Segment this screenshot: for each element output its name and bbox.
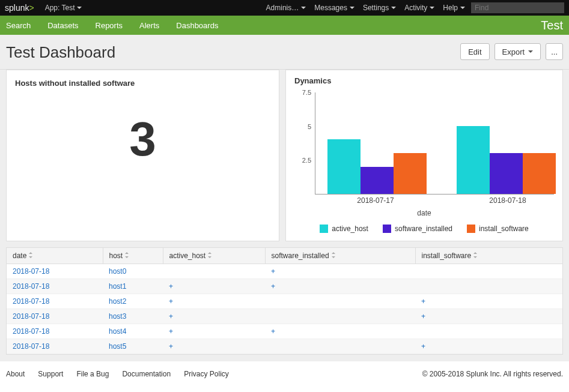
x-tick: 2018-07-17 xyxy=(357,194,394,205)
cell-date[interactable]: 2018-07-18 xyxy=(7,339,103,354)
nav-reports[interactable]: Reports xyxy=(96,21,123,30)
legend-item-active-host[interactable]: active_host xyxy=(320,225,368,233)
bar-software-installed[interactable] xyxy=(490,153,523,194)
cell-active-host[interactable]: + xyxy=(163,279,265,294)
menu-label: Settings xyxy=(363,4,389,12)
content: Hosts without installed software 3 Dynam… xyxy=(0,70,569,361)
bar-group xyxy=(327,139,427,194)
bar-active-host[interactable] xyxy=(327,139,361,194)
x-tick: 2018-07-18 xyxy=(489,194,526,205)
th-label: install_software xyxy=(422,252,472,260)
legend-label: software_installed xyxy=(395,225,452,233)
chevron-down-icon xyxy=(528,50,533,53)
panel-single-value: Hosts without installed software 3 xyxy=(6,70,279,241)
sort-icon xyxy=(125,252,130,258)
nav-datasets[interactable]: Datasets xyxy=(47,21,78,30)
table-row[interactable]: 2018-07-18host5++ xyxy=(7,339,562,354)
table-row[interactable]: 2018-07-18host0+ xyxy=(7,264,562,279)
app-name: Test xyxy=(541,19,563,32)
y-axis: 7.5 5 2.5 xyxy=(294,92,315,194)
table-row[interactable]: 2018-07-18host2++ xyxy=(7,294,562,309)
find-input[interactable] xyxy=(471,2,564,13)
col-date[interactable]: date xyxy=(7,248,103,264)
footer-links: About Support File a Bug Documentation P… xyxy=(6,370,229,378)
col-active-host[interactable]: active_host xyxy=(163,248,265,264)
footer: About Support File a Bug Documentation P… xyxy=(0,361,569,389)
table-row[interactable]: 2018-07-18host4++ xyxy=(7,324,562,339)
cell-software-installed[interactable]: + xyxy=(265,324,415,339)
nav-search[interactable]: Search xyxy=(6,21,31,30)
cell-host[interactable]: host0 xyxy=(103,264,163,279)
cell-active-host[interactable] xyxy=(163,264,265,279)
menu-messages[interactable]: Messages xyxy=(314,4,354,12)
legend-item-software-installed[interactable]: software_installed xyxy=(383,225,452,233)
col-install-software[interactable]: install_software xyxy=(415,248,562,264)
chart-plot: 7.5 5 2.5 2018-07-17 xyxy=(294,92,554,194)
bar-active-host[interactable] xyxy=(457,126,490,194)
cell-host[interactable]: host3 xyxy=(103,309,163,324)
chevron-down-icon xyxy=(460,7,465,9)
bar-software-installed[interactable] xyxy=(361,167,394,194)
table-row[interactable]: 2018-07-18host1++ xyxy=(7,279,562,294)
footer-support[interactable]: Support xyxy=(38,370,63,378)
swatch-icon xyxy=(467,225,475,233)
y-tick: 2.5 xyxy=(302,157,311,164)
cell-install-software[interactable] xyxy=(415,264,562,279)
bar-install-software[interactable] xyxy=(523,153,556,194)
cell-install-software[interactable] xyxy=(415,279,562,294)
cell-date[interactable]: 2018-07-18 xyxy=(7,279,103,294)
col-software-installed[interactable]: software_installed xyxy=(265,248,415,264)
cell-install-software[interactable]: + xyxy=(415,294,562,309)
footer-about[interactable]: About xyxy=(6,370,25,378)
export-label: Export xyxy=(502,47,525,56)
menu-settings[interactable]: Settings xyxy=(363,4,396,12)
plot-area[interactable]: 2018-07-17 2018-07-18 xyxy=(315,92,554,194)
menu-help[interactable]: Help xyxy=(443,4,465,12)
cell-host[interactable]: host5 xyxy=(103,339,163,354)
col-host[interactable]: host xyxy=(103,248,163,264)
legend-item-install-software[interactable]: install_software xyxy=(467,225,529,233)
cell-active-host[interactable]: + xyxy=(163,339,265,354)
y-tick: 7.5 xyxy=(302,89,311,96)
cell-active-host[interactable]: + xyxy=(163,294,265,309)
cell-date[interactable]: 2018-07-18 xyxy=(7,324,103,339)
cell-software-installed[interactable]: + xyxy=(265,264,415,279)
cell-host[interactable]: host2 xyxy=(103,294,163,309)
cell-host[interactable]: host4 xyxy=(103,324,163,339)
footer-privacy[interactable]: Privacy Policy xyxy=(184,370,229,378)
cell-date[interactable]: 2018-07-18 xyxy=(7,264,103,279)
cell-software-installed[interactable] xyxy=(265,294,415,309)
menu-label: Adminis… xyxy=(266,4,299,12)
footer-documentation[interactable]: Documentation xyxy=(122,370,171,378)
cell-active-host[interactable]: + xyxy=(163,324,265,339)
more-button[interactable]: ... xyxy=(546,43,563,60)
menu-administrator[interactable]: Adminis… xyxy=(266,4,306,12)
cell-install-software[interactable]: + xyxy=(415,309,562,324)
cell-software-installed[interactable] xyxy=(265,309,415,324)
cell-install-software[interactable] xyxy=(415,324,562,339)
table-panel: date host active_host software_installed… xyxy=(6,247,563,355)
legend-label: active_host xyxy=(332,225,368,233)
logo[interactable]: splunk> xyxy=(5,3,34,13)
results-table: date host active_host software_installed… xyxy=(7,248,562,354)
cell-host[interactable]: host1 xyxy=(103,279,163,294)
nav-dashboards[interactable]: Dashboards xyxy=(176,21,218,30)
cell-date[interactable]: 2018-07-18 xyxy=(7,309,103,324)
swatch-icon xyxy=(383,225,391,233)
menu-activity[interactable]: Activity xyxy=(404,4,434,12)
cell-active-host[interactable]: + xyxy=(163,309,265,324)
swatch-icon xyxy=(320,225,328,233)
cell-software-installed[interactable]: + xyxy=(265,279,415,294)
app-switcher[interactable]: App: Test xyxy=(45,4,82,12)
cell-install-software[interactable]: + xyxy=(415,339,562,354)
nav-alerts[interactable]: Alerts xyxy=(139,21,159,30)
footer-file-a-bug[interactable]: File a Bug xyxy=(76,370,109,378)
cell-software-installed[interactable] xyxy=(265,339,415,354)
app-navbar: Search Datasets Reports Alerts Dashboard… xyxy=(0,16,569,35)
bar-install-software[interactable] xyxy=(394,153,427,194)
cell-date[interactable]: 2018-07-18 xyxy=(7,294,103,309)
table-row[interactable]: 2018-07-18host3++ xyxy=(7,309,562,324)
export-button[interactable]: Export xyxy=(494,43,541,60)
chevron-down-icon xyxy=(350,7,354,9)
edit-button[interactable]: Edit xyxy=(460,43,489,60)
